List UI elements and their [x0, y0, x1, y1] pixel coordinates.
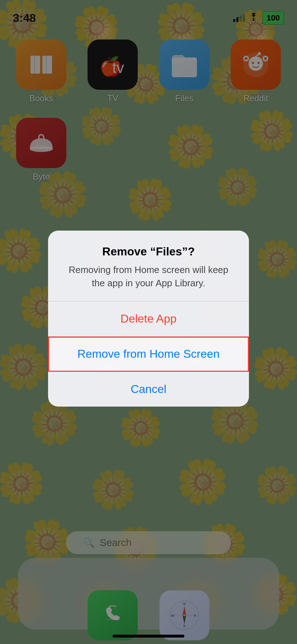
home-indicator	[113, 635, 184, 638]
remove-from-home-button[interactable]: Remove from Home Screen	[48, 337, 249, 372]
cancel-button[interactable]: Cancel	[48, 372, 249, 407]
alert-content: Remove “Files”? Removing from Home scree…	[48, 231, 249, 290]
alert-message: Removing from Home screen will keep the …	[62, 263, 235, 290]
alert-dialog: Remove “Files”? Removing from Home scree…	[48, 231, 249, 407]
alert-title: Remove “Files”?	[62, 245, 235, 258]
delete-app-button[interactable]: Delete App	[48, 301, 249, 337]
